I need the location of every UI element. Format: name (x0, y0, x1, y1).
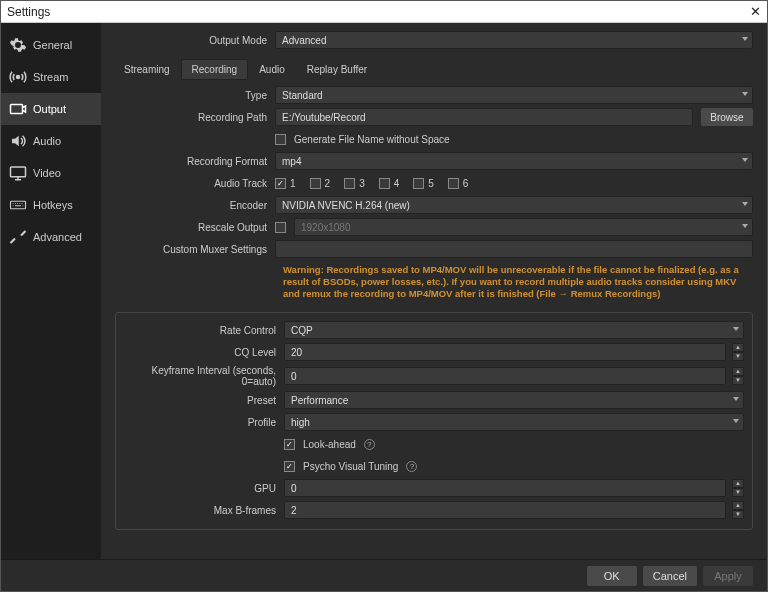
monitor-icon (9, 164, 27, 182)
settings-window: Settings ✕ General Stream Output Audio (0, 0, 768, 592)
gear-icon (9, 36, 27, 54)
tab-recording[interactable]: Recording (181, 59, 249, 80)
max-b-input[interactable]: 2 (284, 501, 726, 519)
keyboard-icon (9, 196, 27, 214)
tab-streaming[interactable]: Streaming (113, 59, 181, 80)
encoder-label: Encoder (115, 200, 275, 211)
cq-level-stepper[interactable]: ▲▼ (732, 343, 744, 361)
svg-rect-3 (11, 201, 26, 209)
custom-muxer-input[interactable] (275, 240, 753, 258)
profile-label: Profile (124, 417, 284, 428)
track-5-checkbox[interactable] (413, 178, 424, 189)
lookahead-label: Look-ahead (303, 439, 356, 450)
dialog-footer: OK Cancel Apply (1, 559, 767, 591)
sidebar-item-hotkeys[interactable]: Hotkeys (1, 189, 101, 221)
svg-rect-1 (11, 105, 23, 114)
profile-select[interactable]: high (284, 413, 744, 431)
gpu-input[interactable]: 0 (284, 479, 726, 497)
mp4-warning-text: Warning: Recordings saved to MP4/MOV wil… (115, 262, 753, 306)
encoder-select[interactable]: NVIDIA NVENC H.264 (new) (275, 196, 753, 214)
output-mode-label: Output Mode (115, 35, 275, 46)
track-3-checkbox[interactable] (344, 178, 355, 189)
preset-label: Preset (124, 395, 284, 406)
type-label: Type (115, 90, 275, 101)
audio-track-group: 1 2 3 4 5 6 (275, 178, 753, 189)
close-icon[interactable]: ✕ (750, 4, 761, 19)
tools-icon (9, 228, 27, 246)
content-panel: Output Mode Advanced Streaming Recording… (101, 23, 767, 559)
window-title: Settings (7, 5, 50, 19)
keyframe-label: Keyframe Interval (seconds, 0=auto) (124, 365, 284, 387)
type-select[interactable]: Standard (275, 86, 753, 104)
sidebar-item-general[interactable]: General (1, 29, 101, 61)
titlebar: Settings ✕ (1, 1, 767, 23)
sidebar-item-label: General (33, 39, 72, 51)
track-1-checkbox[interactable] (275, 178, 286, 189)
sidebar-item-stream[interactable]: Stream (1, 61, 101, 93)
lookahead-checkbox[interactable] (284, 439, 295, 450)
svg-point-0 (17, 76, 20, 79)
rate-control-select[interactable]: CQP (284, 321, 744, 339)
recording-path-label: Recording Path (115, 112, 275, 123)
audio-track-label: Audio Track (115, 178, 275, 189)
cq-level-label: CQ Level (124, 347, 284, 358)
preset-select[interactable]: Performance (284, 391, 744, 409)
cancel-button[interactable]: Cancel (643, 566, 697, 586)
sidebar-item-label: Hotkeys (33, 199, 73, 211)
tab-replay-buffer[interactable]: Replay Buffer (296, 59, 378, 80)
sidebar-item-label: Stream (33, 71, 68, 83)
recording-format-label: Recording Format (115, 156, 275, 167)
output-icon (9, 100, 27, 118)
browse-button[interactable]: Browse (701, 108, 753, 126)
sidebar-item-audio[interactable]: Audio (1, 125, 101, 157)
track-6-checkbox[interactable] (448, 178, 459, 189)
keyframe-input[interactable]: 0 (284, 367, 726, 385)
recording-format-select[interactable]: mp4 (275, 152, 753, 170)
recording-path-input[interactable]: E:/Youtube/Record (275, 108, 693, 126)
rescale-output-label: Rescale Output (115, 222, 275, 233)
cq-level-input[interactable]: 20 (284, 343, 726, 361)
apply-button[interactable]: Apply (703, 566, 753, 586)
sidebar-item-label: Advanced (33, 231, 82, 243)
speaker-icon (9, 132, 27, 150)
output-tabs: Streaming Recording Audio Replay Buffer (113, 59, 753, 80)
rescale-output-checkbox[interactable] (275, 222, 286, 233)
sidebar-item-video[interactable]: Video (1, 157, 101, 189)
sidebar-item-label: Audio (33, 135, 61, 147)
rate-control-label: Rate Control (124, 325, 284, 336)
gpu-stepper[interactable]: ▲▼ (732, 479, 744, 497)
sidebar-item-advanced[interactable]: Advanced (1, 221, 101, 253)
ok-button[interactable]: OK (587, 566, 637, 586)
tab-audio[interactable]: Audio (248, 59, 296, 80)
gpu-label: GPU (124, 483, 284, 494)
max-b-stepper[interactable]: ▲▼ (732, 501, 744, 519)
output-mode-select[interactable]: Advanced (275, 31, 753, 49)
gen-filename-label: Generate File Name without Space (294, 134, 450, 145)
gen-filename-checkbox[interactable] (275, 134, 286, 145)
broadcast-icon (9, 68, 27, 86)
rescale-output-select[interactable]: 1920x1080 (294, 218, 753, 236)
encoder-settings-group: Rate Control CQP CQ Level 20 ▲▼ Keyframe… (115, 312, 753, 530)
track-2-checkbox[interactable] (310, 178, 321, 189)
sidebar-item-output[interactable]: Output (1, 93, 101, 125)
psycho-checkbox[interactable] (284, 461, 295, 472)
sidebar-item-label: Output (33, 103, 66, 115)
custom-muxer-label: Custom Muxer Settings (115, 244, 275, 255)
sidebar: General Stream Output Audio Video Hotkey… (1, 23, 101, 559)
track-4-checkbox[interactable] (379, 178, 390, 189)
keyframe-stepper[interactable]: ▲▼ (732, 367, 744, 385)
psycho-label: Psycho Visual Tuning (303, 461, 398, 472)
sidebar-item-label: Video (33, 167, 61, 179)
max-b-label: Max B-frames (124, 505, 284, 516)
svg-rect-2 (11, 167, 26, 177)
help-icon[interactable]: ? (364, 439, 375, 450)
help-icon[interactable]: ? (406, 461, 417, 472)
